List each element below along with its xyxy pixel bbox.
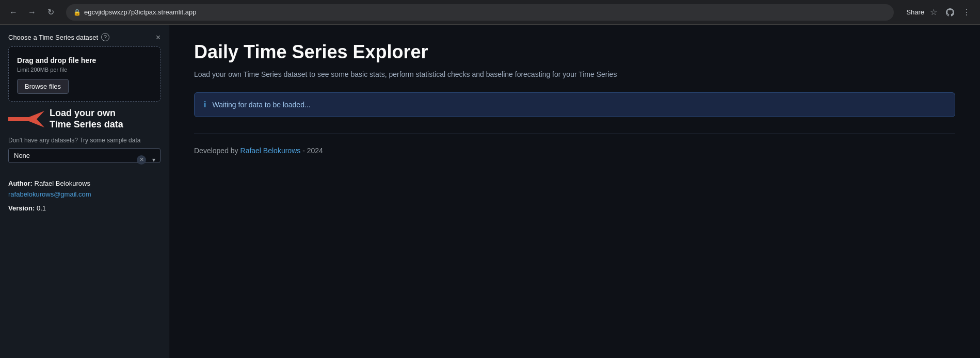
help-icon[interactable]: ? xyxy=(101,33,109,41)
upload-title: Drag and drop file here xyxy=(17,56,152,64)
info-banner: i Waiting for data to be loaded... xyxy=(194,92,955,117)
star-button[interactable]: ☆ xyxy=(926,5,941,20)
browser-right-actions: Share ☆ ⋮ xyxy=(906,5,974,20)
sidebar-close-button[interactable]: × xyxy=(154,31,163,44)
info-banner-text: Waiting for data to be loaded... xyxy=(212,101,310,109)
footer: Developed by Rafael Belokurows - 2024 xyxy=(194,147,955,155)
footer-link[interactable]: Rafael Belokurows xyxy=(240,147,301,155)
arrow-icon xyxy=(8,108,44,131)
main-content: Daily Time Series Explorer Load your own… xyxy=(169,25,980,358)
page-description: Load your own Time Series dataset to see… xyxy=(194,69,955,80)
app-layout: × Choose a Time Series dataset ? Drag an… xyxy=(0,25,980,358)
menu-button[interactable]: ⋮ xyxy=(959,5,974,20)
svg-marker-0 xyxy=(24,111,44,127)
info-icon: i xyxy=(204,100,206,109)
address-bar[interactable]: 🔒 egcvjidpswxzp7p3ictpax.streamlit.app xyxy=(66,4,894,21)
forward-button[interactable]: → xyxy=(25,5,39,20)
footer-post: - 2024 xyxy=(300,147,323,155)
reload-button[interactable]: ↻ xyxy=(43,5,58,20)
version-label: Version: 0.1 xyxy=(8,204,160,212)
footer-pre: Developed by xyxy=(194,147,240,155)
divider xyxy=(194,134,955,134)
author-label: Author: Rafael Belokurows xyxy=(8,180,160,187)
page-title: Daily Time Series Explorer xyxy=(194,41,955,63)
author-email-link[interactable]: rafabelokurows@gmail.com xyxy=(8,190,160,198)
author-section: Author: Rafael Belokurows rafabelokurows… xyxy=(8,180,160,212)
section-label-text: Choose a Time Series dataset xyxy=(8,34,98,41)
browser-chrome: ← → ↻ 🔒 egcvjidpswxzp7p3ictpax.streamlit… xyxy=(0,0,980,25)
svg-rect-1 xyxy=(8,117,30,121)
arrow-annotation: Load your own Time Series data xyxy=(8,108,160,131)
github-button[interactable] xyxy=(943,5,957,20)
url-text: egcvjidpswxzp7p3ictpax.streamlit.app xyxy=(84,8,197,16)
lock-icon: 🔒 xyxy=(73,9,81,16)
back-button[interactable]: ← xyxy=(6,5,21,20)
share-button[interactable]: Share xyxy=(906,8,924,16)
upload-box: Drag and drop file here Limit 200MB per … xyxy=(8,46,160,102)
sample-select-wrapper: None ✕ xyxy=(8,148,160,171)
dataset-section-label: Choose a Time Series dataset ? xyxy=(8,33,160,41)
upload-subtitle: Limit 200MB per file xyxy=(17,67,152,73)
select-clear-button[interactable]: ✕ xyxy=(137,155,146,165)
browse-files-button[interactable]: Browse files xyxy=(17,79,69,94)
sample-data-label: Don't have any datasets? Try some sample… xyxy=(8,137,160,144)
annotation-text: Load your own Time Series data xyxy=(50,108,123,130)
sidebar: × Choose a Time Series dataset ? Drag an… xyxy=(0,25,169,358)
